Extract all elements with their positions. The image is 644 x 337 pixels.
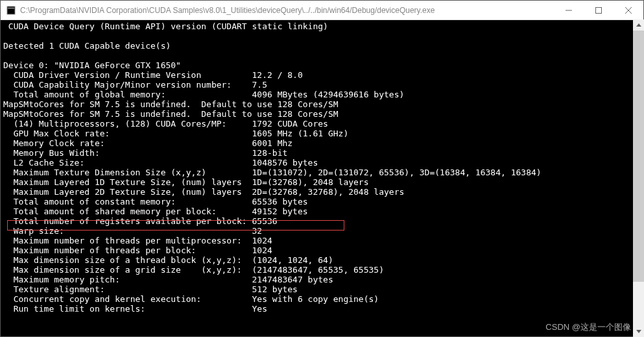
svg-marker-6 [636,23,641,27]
close-button[interactable] [614,1,643,19]
svg-marker-7 [636,330,641,333]
svg-rect-3 [596,7,602,13]
minimize-button[interactable] [554,1,584,19]
maximize-button[interactable] [584,1,614,19]
titlebar[interactable]: C:\ProgramData\NVIDIA Corporation\CUDA S… [1,1,643,20]
svg-rect-0 [7,6,15,14]
vertical-scrollbar[interactable] [633,19,644,337]
app-window: C:\ProgramData\NVIDIA Corporation\CUDA S… [0,0,644,337]
app-icon [6,5,16,16]
svg-rect-1 [8,8,14,8]
console-output: CUDA Device Query (Runtime API) version … [1,20,643,336]
scroll-thumb[interactable] [633,31,644,282]
scroll-up-button[interactable] [633,19,644,31]
watermark: CSDN @这是一个图像 [545,321,631,333]
scroll-track[interactable] [633,31,644,326]
window-controls [554,1,643,19]
window-title: C:\ProgramData\NVIDIA Corporation\CUDA S… [20,6,554,15]
scroll-down-button[interactable] [633,326,644,337]
